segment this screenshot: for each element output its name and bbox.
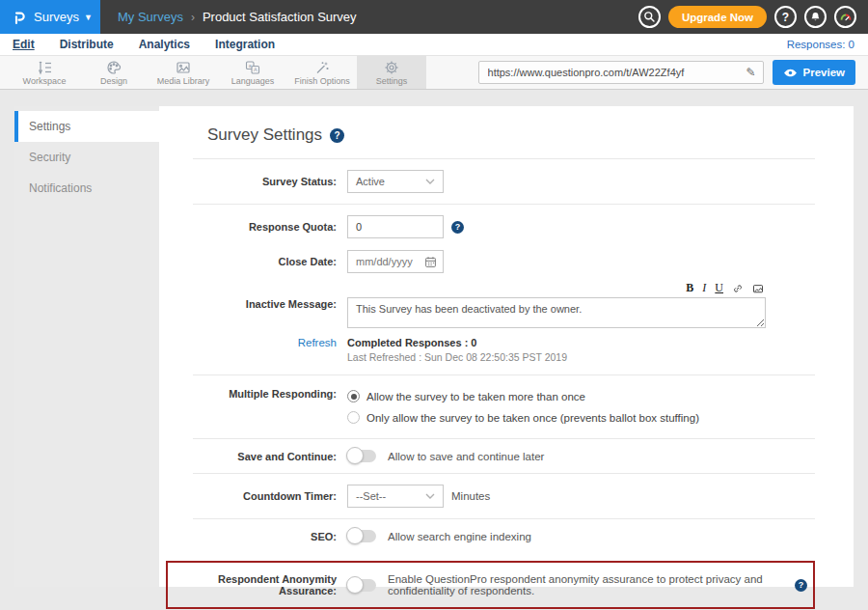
preview-label: Preview: [803, 67, 845, 78]
survey-status-value: Active: [356, 176, 385, 187]
anonymity-toggle[interactable]: [347, 579, 376, 592]
anonymity-highlight-box: Respondent Anonymity Assurance: Enable Q…: [166, 561, 815, 609]
survey-status-select[interactable]: Active: [347, 170, 444, 193]
workspace-icon: [37, 60, 52, 75]
magic-wand-icon: [314, 60, 330, 75]
survey-url-box: ✎: [478, 61, 764, 84]
chevron-down-icon: [425, 179, 435, 184]
sidebar-item-notifications[interactable]: Notifications: [14, 173, 159, 204]
calendar-icon: [424, 256, 437, 268]
breadcrumb: My Surveys › Product Satisfaction Survey: [100, 0, 638, 34]
toolbar-design-label: Design: [100, 76, 127, 86]
tab-analytics[interactable]: Analytics: [139, 38, 190, 52]
sidebar-item-security[interactable]: Security: [14, 142, 159, 173]
anonymity-text: Enable QuestionPro respondent anonymity …: [388, 573, 787, 596]
response-quota-row: Response Quota: ?: [193, 205, 815, 244]
edit-url-icon[interactable]: ✎: [746, 66, 762, 79]
toolbar-items: Workspace Design Media Library a A: [0, 56, 426, 89]
edit-toolbar: Workspace Design Media Library a A: [0, 55, 868, 90]
response-quota-help-icon[interactable]: ?: [451, 221, 464, 234]
page-title: Survey Settings: [207, 125, 322, 145]
multiple-responding-row: Multiple Responding: Allow the survey to…: [193, 375, 815, 438]
top-header: Surveys ▼ My Surveys › Product Satisfact…: [0, 0, 868, 34]
chevron-down-icon: ▼: [84, 13, 93, 22]
questionpro-logo-icon: [12, 9, 27, 26]
anonymity-row: Respondent Anonymity Assurance: Enable Q…: [168, 568, 807, 601]
seo-label: SEO:: [193, 531, 347, 542]
toolbar-media-library[interactable]: Media Library: [149, 56, 218, 89]
toolbar-languages[interactable]: a A Languages: [218, 56, 287, 89]
anonymity-help-icon[interactable]: ?: [795, 579, 807, 592]
survey-settings-help-icon[interactable]: ?: [330, 128, 344, 143]
radio-option-label: Allow the survey to be taken more than o…: [366, 391, 585, 402]
close-date-input[interactable]: [356, 256, 424, 267]
breadcrumb-separator: ›: [191, 11, 195, 24]
inactive-message-textarea[interactable]: This Survey has been deactivated by the …: [347, 297, 766, 328]
toolbar-workspace-label: Workspace: [23, 76, 67, 86]
save-and-continue-row: Save and Continue: Allow to save and con…: [193, 439, 815, 473]
eye-icon: [783, 68, 798, 78]
seo-toggle[interactable]: [347, 530, 376, 542]
survey-status-label: Survey Status:: [193, 176, 347, 187]
sidebar-item-settings[interactable]: Settings: [14, 111, 159, 142]
radio-selected-icon: [347, 390, 360, 402]
countdown-timer-suffix: Minutes: [451, 490, 490, 502]
radio-unselected-icon: [347, 411, 360, 424]
tab-distribute[interactable]: Distribute: [60, 38, 114, 52]
survey-url-input[interactable]: [479, 67, 746, 78]
countdown-timer-select[interactable]: --Set--: [347, 485, 444, 508]
refresh-link[interactable]: Refresh: [193, 337, 347, 348]
close-date-label: Close Date:: [193, 256, 347, 267]
italic-button[interactable]: I: [702, 281, 706, 295]
countdown-timer-row: Countdown Timer: --Set-- Minutes: [193, 474, 815, 518]
radio-option-once-only[interactable]: Only allow the survey to be taken once (…: [347, 411, 699, 424]
preview-button[interactable]: Preview: [773, 60, 855, 85]
account-usage-button[interactable]: [834, 6, 856, 28]
toolbar-languages-label: Languages: [231, 76, 275, 86]
search-icon: [643, 11, 656, 23]
underline-button[interactable]: U: [715, 281, 723, 295]
seo-text: Allow search engine indexing: [388, 531, 531, 542]
save-and-continue-toggle[interactable]: [347, 450, 376, 462]
toolbar-finish-options[interactable]: Finish Options: [287, 56, 357, 89]
countdown-timer-label: Countdown Timer:: [193, 490, 347, 502]
product-switcher[interactable]: Surveys ▼: [0, 0, 100, 34]
save-and-continue-label: Save and Continue:: [193, 451, 347, 462]
toolbar-workspace[interactable]: Workspace: [10, 56, 79, 89]
anonymity-label: Respondent Anonymity Assurance:: [168, 573, 347, 596]
survey-nav: Edit Distribute Analytics Integration Re…: [0, 34, 868, 55]
radio-option-multiple-allowed[interactable]: Allow the survey to be taken more than o…: [347, 390, 699, 402]
toolbar-design[interactable]: Design: [79, 56, 149, 89]
toolbar-media-library-label: Media Library: [157, 76, 210, 86]
gear-icon: [384, 60, 399, 75]
bold-button[interactable]: B: [686, 281, 693, 295]
save-and-continue-text: Allow to save and continue later: [388, 451, 544, 462]
response-quota-label: Response Quota:: [193, 221, 347, 233]
insert-image-icon[interactable]: [752, 283, 764, 294]
breadcrumb-my-surveys[interactable]: My Surveys: [118, 10, 183, 24]
tab-integration[interactable]: Integration: [215, 38, 275, 52]
breadcrumb-current-survey: Product Satisfaction Survey: [203, 10, 357, 24]
multiple-responding-label: Multiple Responding:: [193, 388, 347, 400]
toolbar-settings-label: Settings: [376, 76, 408, 86]
seo-row: SEO: Allow search engine indexing: [193, 519, 815, 553]
product-name: Surveys: [34, 10, 79, 24]
responses-count[interactable]: Responses: 0: [787, 39, 854, 50]
toolbar-settings[interactable]: Settings: [357, 56, 426, 89]
help-button[interactable]: ?: [774, 6, 797, 28]
image-icon: [176, 60, 191, 75]
notifications-button[interactable]: [804, 6, 827, 28]
search-button[interactable]: [638, 6, 661, 28]
close-date-field[interactable]: [347, 250, 444, 273]
toolbar-finish-options-label: Finish Options: [294, 76, 350, 86]
link-icon[interactable]: [732, 283, 744, 294]
upgrade-now-button[interactable]: Upgrade Now: [668, 6, 767, 28]
last-refreshed-text: Last Refreshed : Sun Dec 08 22:50:35 PST…: [347, 351, 567, 363]
content-area: Settings Security Notifications Survey S…: [0, 90, 868, 587]
header-actions: Upgrade Now ?: [638, 0, 868, 34]
formatting-toolbar: B I U: [347, 281, 766, 297]
toolbar-right: ✎ Preview: [478, 56, 868, 89]
tab-edit[interactable]: Edit: [13, 38, 35, 52]
response-quota-input[interactable]: [347, 215, 444, 238]
gauge-icon: [839, 11, 853, 24]
